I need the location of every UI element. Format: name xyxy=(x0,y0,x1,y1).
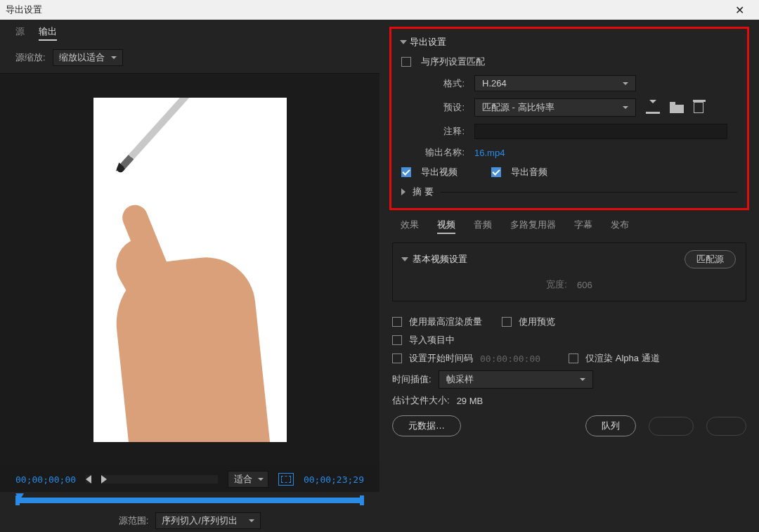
use-preview-label: 使用预览 xyxy=(519,316,555,328)
queue-button[interactable]: 队列 xyxy=(585,415,636,436)
summary-label[interactable]: 摘 要 xyxy=(413,186,434,198)
source-scale-label: 源缩放: xyxy=(15,51,46,64)
import-project-checkbox[interactable] xyxy=(392,335,402,345)
next-frame-icon[interactable] xyxy=(101,475,218,484)
dialog-title: 导出设置 xyxy=(6,4,42,16)
close-icon[interactable]: ✕ xyxy=(725,4,753,17)
est-size-label: 估计文件大小: xyxy=(392,394,450,407)
chevron-down-icon[interactable] xyxy=(400,40,407,44)
cancel-button[interactable] xyxy=(706,417,746,436)
alpha-only-checkbox[interactable] xyxy=(569,353,578,363)
export-settings-title: 导出设置 xyxy=(410,36,446,48)
time-interp-select[interactable]: 帧采样 xyxy=(439,370,593,389)
width-label: 宽度: xyxy=(546,278,567,291)
max-render-quality-label: 使用最高渲染质量 xyxy=(409,316,482,328)
import-preset-icon[interactable] xyxy=(670,105,684,113)
max-render-quality-checkbox[interactable] xyxy=(392,317,402,327)
set-start-tc-checkbox[interactable] xyxy=(392,353,402,363)
crop-icon[interactable] xyxy=(278,473,294,486)
basic-video-settings-title: 基本视频设置 xyxy=(413,253,467,266)
preset-label: 预设: xyxy=(425,101,465,114)
source-range-label: 源范围: xyxy=(119,514,149,527)
set-start-tc-label: 设置开始时间码 xyxy=(409,352,473,365)
output-name-label: 输出名称: xyxy=(401,146,465,159)
comment-input[interactable] xyxy=(474,124,727,139)
timeline[interactable] xyxy=(0,492,379,512)
divider xyxy=(441,192,737,193)
delete-preset-icon[interactable] xyxy=(694,102,703,113)
source-range-select[interactable]: 序列切入/序列切出 xyxy=(155,512,261,529)
tab-source[interactable]: 源 xyxy=(15,25,25,41)
comment-label: 注释: xyxy=(425,125,465,138)
alpha-only-label: 仅渲染 Alpha 通道 xyxy=(585,352,659,365)
width-value[interactable]: 606 xyxy=(577,280,592,290)
match-source-button[interactable]: 匹配源 xyxy=(685,250,736,268)
source-scale-select[interactable]: 缩放以适合 xyxy=(53,49,123,66)
preview-area xyxy=(0,74,379,465)
import-project-label: 导入项目中 xyxy=(409,334,455,346)
start-tc-value: 00:00:00:00 xyxy=(480,353,540,364)
format-label: 格式: xyxy=(425,77,465,90)
tab-video[interactable]: 视频 xyxy=(437,219,455,234)
metadata-button[interactable]: 元数据… xyxy=(392,415,461,436)
export-video-label: 导出视频 xyxy=(421,166,458,179)
out-point-icon[interactable] xyxy=(360,495,364,505)
tab-audio[interactable]: 音频 xyxy=(474,219,492,234)
tab-mux[interactable]: 多路复用器 xyxy=(510,219,556,234)
chevron-down-icon[interactable] xyxy=(401,257,408,261)
export-audio-label: 导出音频 xyxy=(511,166,547,179)
tab-publish[interactable]: 发布 xyxy=(611,219,629,234)
export-button[interactable] xyxy=(649,417,694,436)
output-name-link[interactable]: 16.mp4 xyxy=(474,148,505,158)
prev-frame-icon[interactable] xyxy=(86,475,91,484)
export-video-checkbox[interactable] xyxy=(401,167,411,177)
match-sequence-label: 与序列设置匹配 xyxy=(421,56,485,68)
chevron-right-icon[interactable] xyxy=(401,188,406,195)
use-preview-checkbox[interactable] xyxy=(502,317,512,327)
save-preset-icon[interactable] xyxy=(646,101,660,114)
time-interp-label: 时间插值: xyxy=(392,373,432,386)
in-point-icon[interactable] xyxy=(15,495,20,505)
timecode-start[interactable]: 00;00;00;00 xyxy=(15,474,76,485)
zoom-fit-select[interactable]: 适合 xyxy=(228,471,268,488)
match-sequence-checkbox[interactable] xyxy=(401,57,411,67)
format-select[interactable]: H.264 xyxy=(474,75,636,91)
preset-select[interactable]: 匹配源 - 高比特率 xyxy=(474,98,636,117)
preview-frame xyxy=(93,98,287,442)
timecode-end: 00;00;23;29 xyxy=(304,474,364,485)
tab-output[interactable]: 输出 xyxy=(39,25,57,41)
export-audio-checkbox[interactable] xyxy=(491,167,501,177)
est-size-value: 29 MB xyxy=(457,396,484,406)
tab-captions[interactable]: 字幕 xyxy=(574,219,592,234)
tab-effects[interactable]: 效果 xyxy=(401,219,419,234)
